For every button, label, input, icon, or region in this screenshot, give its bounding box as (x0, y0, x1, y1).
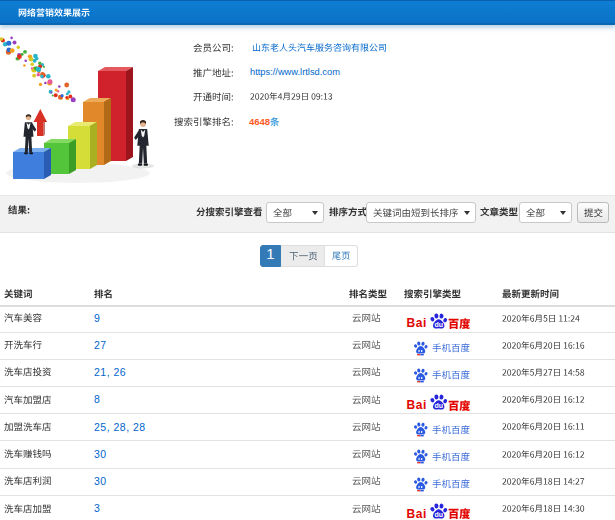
svg-text:du: du (435, 402, 444, 409)
svg-text:du: du (435, 321, 444, 328)
svg-text:du: du (435, 511, 444, 518)
